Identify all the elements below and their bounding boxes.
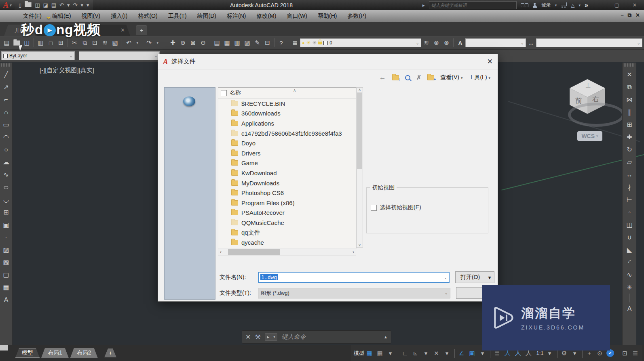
command-close-icon[interactable]: ✕ xyxy=(245,333,251,341)
wcs-dropdown[interactable]: WCS▾ xyxy=(577,131,602,141)
create-new-folder-icon[interactable]: + xyxy=(427,75,434,80)
redo-icon[interactable]: ↷ xyxy=(73,2,77,8)
layer-unlock-icon[interactable] xyxy=(318,42,322,44)
undo-icon[interactable]: ↶ xyxy=(124,38,134,48)
mirror-icon[interactable]: ⋈ xyxy=(623,93,636,106)
plot-icon[interactable]: ▤ xyxy=(51,2,56,8)
views-dropdown[interactable]: 查看(V) ▾ xyxy=(440,74,462,81)
tool-palettes-icon[interactable]: ▥ xyxy=(232,38,242,48)
stretch-icon[interactable]: ↔ xyxy=(623,168,636,181)
file-list-item[interactable]: qq文件 xyxy=(218,228,357,238)
ortho-icon[interactable]: ∟ xyxy=(400,348,410,359)
help-search-input[interactable] xyxy=(429,1,517,9)
toolbar-grip[interactable] xyxy=(624,63,635,67)
offset-icon[interactable]: ∥ xyxy=(623,106,636,118)
quick-calculator-icon[interactable]: ⊟ xyxy=(262,38,272,48)
signin-link[interactable]: 登录 xyxy=(541,2,551,8)
toolbar-grip[interactable] xyxy=(1,63,11,67)
dim-style-icon[interactable]: ↔ xyxy=(526,38,536,48)
open-file-icon[interactable] xyxy=(25,2,32,8)
scroll-left-icon[interactable]: ‹ xyxy=(220,249,222,255)
file-list-item[interactable]: Program Files (x86) xyxy=(218,198,357,208)
file-list-item[interactable]: PSAutoRecover xyxy=(218,208,357,218)
menu-item[interactable]: 参数(P) xyxy=(342,11,372,21)
viewport-controls-label[interactable]: [-][自定义视图][真实] xyxy=(40,67,94,74)
layout-tab[interactable]: 模型 xyxy=(15,348,40,358)
delete-icon[interactable]: ✗ xyxy=(416,74,422,81)
extend-icon[interactable]: ⊢ xyxy=(623,193,636,206)
open-split-dropdown[interactable]: ▾ xyxy=(485,271,494,283)
zoom-realtime-icon[interactable]: ⊕ xyxy=(178,38,188,48)
file-list-item[interactable]: Drivers xyxy=(218,148,357,158)
menu-item[interactable]: 工具(T) xyxy=(163,11,192,21)
model-space-label[interactable]: 模型 xyxy=(353,348,364,359)
file-list-item[interactable]: 360downloads xyxy=(218,109,357,119)
new-file-icon[interactable]: ▯ xyxy=(19,2,21,8)
viewcube-compass-ring[interactable] xyxy=(568,103,625,127)
menu-item[interactable]: 插入(I) xyxy=(106,11,133,21)
circle-icon[interactable]: ○ xyxy=(0,143,12,156)
horizontal-scrollbar[interactable]: ‹ › xyxy=(218,248,356,256)
polyline-icon[interactable]: ⌐ xyxy=(0,93,12,106)
sheet-set-manager-icon[interactable]: ▨ xyxy=(242,38,252,48)
create-block-icon[interactable]: ▣ xyxy=(0,218,12,231)
undo-dropdown[interactable]: ▾ xyxy=(134,38,144,48)
ellipse-icon[interactable]: ○ xyxy=(0,181,12,193)
viewport-freeze-icon[interactable]: ☀ xyxy=(312,40,317,46)
undo-icon[interactable]: ↶ xyxy=(59,2,64,8)
file-list-item[interactable]: c14792bd758606b43f1fdc936e8f4fa3 xyxy=(218,128,357,139)
make-object-layer-current-icon[interactable]: ⊜ xyxy=(431,38,441,48)
layer-properties-icon[interactable]: ≣ xyxy=(290,38,300,48)
sort-ascending-icon[interactable]: ∧ xyxy=(293,88,296,92)
isodraft-dropdown[interactable]: ▾ xyxy=(442,348,452,359)
open-button[interactable]: 打开(O) xyxy=(455,271,485,283)
fillet-icon[interactable]: ◜ xyxy=(623,256,636,269)
save-as-icon[interactable]: ◪ xyxy=(43,2,48,8)
revision-cloud-icon[interactable]: ☁ xyxy=(0,156,12,168)
color-dropdown-icon[interactable]: ⌄ xyxy=(70,54,73,58)
select-initial-view-checkbox[interactable] xyxy=(371,205,377,211)
layer-thaw-sun-icon[interactable]: ☀ xyxy=(306,40,311,46)
new-tab-button[interactable]: + xyxy=(136,25,147,35)
layout-tab[interactable]: 布局2 xyxy=(70,348,98,358)
qat-customize-dropdown[interactable]: ▾ xyxy=(87,2,89,8)
multiline-text-icon[interactable]: A xyxy=(0,294,12,306)
file-list-header[interactable]: 名称 ∧ xyxy=(218,88,357,99)
app-store-cart-icon[interactable] xyxy=(561,2,567,6)
file-list-item[interactable]: $RECYCLE.BIN xyxy=(218,99,357,109)
layer-states-icon[interactable]: ≋ xyxy=(421,38,431,48)
insert-block-icon[interactable]: ⊞ xyxy=(0,206,12,218)
chamfer-icon[interactable]: ◣ xyxy=(623,243,636,256)
scroll-down-icon[interactable]: ∨ xyxy=(358,243,361,247)
layout-tab[interactable]: 布局1 xyxy=(41,348,69,358)
point-icon[interactable]: ∙ xyxy=(0,231,12,243)
rectangle-icon[interactable]: ▭ xyxy=(0,118,12,131)
spell-check-icon[interactable]: A xyxy=(623,302,636,315)
hamburger-menu-icon[interactable]: ☰ xyxy=(631,348,641,359)
qat-redo-dropdown[interactable]: ▾ xyxy=(80,2,83,8)
redo-icon[interactable]: ↷ xyxy=(144,38,154,48)
designcenter-icon[interactable]: ▦ xyxy=(222,38,232,48)
autocad-logo[interactable]: A▾ xyxy=(0,0,15,10)
spline-icon[interactable]: ∿ xyxy=(0,168,12,181)
command-prompt-icon[interactable]: ▸_ ▾ xyxy=(265,333,278,341)
clean-screen-icon[interactable]: ⊡ xyxy=(620,348,630,359)
text-style-icon[interactable]: A xyxy=(455,38,465,48)
object-snap-icon[interactable]: ▣ xyxy=(467,348,477,359)
new-layout-button[interactable]: + xyxy=(104,348,116,357)
layer-combo-dropdown-icon[interactable]: ⌄ xyxy=(416,41,419,45)
command-input-placeholder[interactable]: 键入命令 xyxy=(281,333,306,341)
up-one-level-icon[interactable]: ↑ xyxy=(392,75,399,80)
doc-minimize-button[interactable]: − xyxy=(621,12,624,19)
zoom-window-icon[interactable]: ⊠ xyxy=(188,38,198,48)
help-icon[interactable]: ? xyxy=(276,38,286,48)
trim-icon[interactable]: ∤ xyxy=(623,181,636,193)
search-binoculars-icon[interactable] xyxy=(521,3,528,7)
gradient-icon[interactable]: ▩ xyxy=(0,256,12,269)
dialog-title-bar[interactable]: A 选择文件 ✕ xyxy=(158,54,498,69)
menu-item[interactable]: 文件(F) xyxy=(18,11,47,21)
filename-dropdown-icon[interactable]: ⌄ xyxy=(444,275,447,279)
scrollbar-thumb[interactable] xyxy=(357,92,362,169)
command-history-up-icon[interactable]: ▲ xyxy=(384,335,388,339)
toolbar-overflow-icon[interactable]: » xyxy=(585,2,588,9)
